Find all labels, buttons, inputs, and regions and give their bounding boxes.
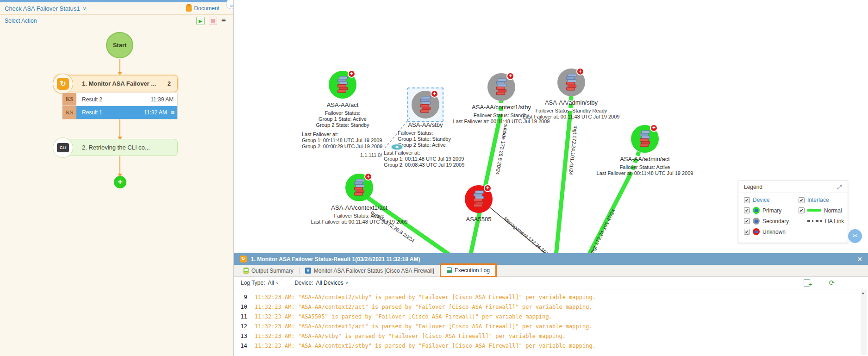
log-scrollbar[interactable] xyxy=(861,290,867,355)
result-list: KS Result 2 11:39 AM KS Result 1 11:32 A… xyxy=(62,93,178,119)
device-asa-aa-admin-act[interactable]: + ASA-AA/admin/act Failover Status: Acti… xyxy=(594,125,696,176)
result-panel-header: ↻ 1. Monitor ASA Failover Status-Result … xyxy=(234,253,868,265)
log-line: 1211:32:23 AM: "ASA-AA/context1/act" is … xyxy=(234,321,868,331)
legend-panel: Legend ⤢ ✔ Device ✔ Interface ✔ Primary xyxy=(738,181,848,243)
alert-plus-icon: + xyxy=(506,72,514,80)
stop-button[interactable] xyxy=(209,17,217,25)
normal-link-swatch xyxy=(807,209,821,212)
log-line: 911:32:23 AM: "ASA-AA/context2/stby" is … xyxy=(234,292,868,302)
firewall-icon: + xyxy=(465,185,493,213)
legend-interface: ✔ Interface xyxy=(799,197,848,203)
primary-device-icon xyxy=(753,207,760,214)
firewall-icon: + xyxy=(345,174,373,201)
secondary-checkbox[interactable]: ✔ xyxy=(744,218,750,224)
workflow-arrow xyxy=(119,59,120,72)
log-type-select[interactable]: All ∨ xyxy=(268,280,279,286)
workflow-node-cli[interactable]: CLI 2. Retrieving the CLI co... xyxy=(55,139,178,156)
firewall-icon: + xyxy=(631,125,659,153)
link-mgt-stby[interactable] xyxy=(556,112,570,253)
run-button[interactable]: ▶ xyxy=(196,17,205,25)
primary-checkbox[interactable]: ✔ xyxy=(744,207,750,213)
document-button[interactable]: Document xyxy=(186,5,219,12)
alert-plus-icon: + xyxy=(348,70,356,78)
device-checkbox[interactable]: ✔ xyxy=(744,197,750,203)
network-subnet-label: 1.1.111.0/ xyxy=(360,152,382,158)
result-panel: ↻ 1. Monitor ASA Failover Status-Result … xyxy=(234,253,868,356)
alert-plus-icon: + xyxy=(364,173,372,181)
runbook-title: Check ASA Failover Status1 xyxy=(5,5,80,12)
chevron-down-icon: ∨ xyxy=(276,281,279,285)
device-select[interactable]: All Devices ∨ xyxy=(316,280,348,286)
alert-plus-icon: + xyxy=(431,90,438,98)
log-line: 1111:32:23 AM: "ASA5505" is parsed by "F… xyxy=(234,312,868,321)
legend-ha-link: HA Link xyxy=(799,218,848,225)
export-log-icon[interactable] xyxy=(804,279,810,287)
result-row[interactable]: KS Result 2 11:39 AM xyxy=(62,93,177,106)
runbook-toolbar: Select Action ▶ ≡ xyxy=(0,15,233,27)
document-label: Document xyxy=(194,5,219,12)
device-asa5505[interactable]: + ASA5505 xyxy=(428,185,530,223)
qapp-icon: ↻ xyxy=(57,78,69,90)
tab-execution-log[interactable]: Execution Log xyxy=(440,263,497,277)
log-line: 1311:32:23 AM: "ASA-AA/stby" is parsed b… xyxy=(234,331,868,341)
alert-plus-icon: + xyxy=(650,124,658,132)
workflow-start-node[interactable]: Start xyxy=(106,32,133,58)
firewall-icon: + xyxy=(557,69,585,96)
normal-checkbox[interactable]: ✔ xyxy=(799,207,805,213)
cli-icon: CLI xyxy=(57,143,69,152)
legend-expand-icon[interactable]: ⤢ xyxy=(837,183,842,191)
interface-checkbox[interactable]: ✔ xyxy=(799,197,805,203)
device-asa-aa-admin-stby[interactable]: + ASA-AA/admin/stby Failover Status: Sta… xyxy=(520,69,622,120)
secondary-device-icon xyxy=(753,218,760,225)
legend-primary: ✔ Primary xyxy=(744,207,799,214)
workflow-node-monitor[interactable]: ↻ 1. Monitor ASA Failover ... 2 xyxy=(55,75,178,92)
result-menu-icon[interactable]: ≡ xyxy=(171,109,177,116)
refresh-icon[interactable]: ⟳ xyxy=(829,279,835,287)
tab-output-summary[interactable]: Output Summary xyxy=(238,265,299,277)
summary-icon xyxy=(244,268,249,274)
legend-secondary: ✔ Secondary xyxy=(744,218,799,225)
workflow-arrow xyxy=(119,156,120,174)
runbook-header: Check ASA Failover Status1 ∨ Document » xyxy=(0,2,233,15)
document-icon xyxy=(186,5,192,12)
device-filter-label: Device: xyxy=(294,280,313,286)
node1-label: 1. Monitor ASA Failover ... xyxy=(82,80,156,87)
log-line: 1411:32:23 AM: "ASA-AA/context1/stby" is… xyxy=(234,341,868,350)
workflow-arrow xyxy=(119,119,120,137)
firewall-icon: + xyxy=(329,71,356,99)
legend-title: Legend xyxy=(744,184,762,190)
chevron-down-icon: ∨ xyxy=(345,281,349,285)
select-action-link[interactable]: Select Action xyxy=(5,18,37,24)
network-switch-icon[interactable]: ⇆ xyxy=(391,144,403,150)
ha-link-swatch xyxy=(807,220,822,222)
close-icon[interactable]: ✕ xyxy=(857,256,862,263)
log-line: 1011:32:23 AM: "ASA-AA/context2/act" is … xyxy=(234,302,868,312)
firewall-icon: + xyxy=(412,91,439,119)
unknown-device-icon xyxy=(753,228,760,235)
app-window: Check ASA Failover Status1 ∨ Document » … xyxy=(0,0,868,356)
ks-badge: KS xyxy=(62,106,76,119)
feedback-chat-button[interactable]: ✉ xyxy=(848,229,862,243)
result-row-selected[interactable]: KS Result 1 11:32 AM ≡ xyxy=(62,106,177,119)
log-type-label: Log Type: xyxy=(241,280,265,286)
add-step-button[interactable]: + xyxy=(114,176,126,188)
menu-icon[interactable]: ≡ xyxy=(221,17,226,25)
tab-monitor-status[interactable]: V Monitor ASA Failover Status [Cisco ASA… xyxy=(300,265,440,277)
execution-log: 911:32:23 AM: "ASA-AA/context2/stby" is … xyxy=(234,289,868,356)
unknown-checkbox[interactable]: ✔ xyxy=(744,229,750,235)
result-tabs: Output Summary V Monitor ASA Failover St… xyxy=(234,265,868,277)
runbook-panel: Check ASA Failover Status1 ∨ Document » … xyxy=(0,0,234,356)
log-filter-bar: Log Type: All ∨ Device: All Devices ∨ ⟳ xyxy=(234,277,868,289)
node1-result-count: 2 xyxy=(168,80,171,87)
legend-unknown: ✔ Unknown xyxy=(744,228,799,235)
variable-icon: V xyxy=(305,268,311,274)
node2-label: 2. Retrieving the CLI co... xyxy=(82,144,150,151)
runbook-title-dropdown[interactable]: Check ASA Failover Status1 ∨ xyxy=(5,5,87,12)
legend-normal: ✔ Normal xyxy=(799,207,848,214)
collapse-panel-button[interactable]: » xyxy=(226,0,234,9)
legend-device: ✔ Device xyxy=(744,197,799,203)
qapp-icon: ↻ xyxy=(240,256,247,262)
chevron-down-icon: ∨ xyxy=(83,6,87,12)
topology-map[interactable]: outside 172.26.8.20/24 outside 172.26.8.… xyxy=(234,0,868,253)
device-asa-aa-context1-act[interactable]: + ASA-AA/context1/act Failover Status: A… xyxy=(308,174,410,225)
